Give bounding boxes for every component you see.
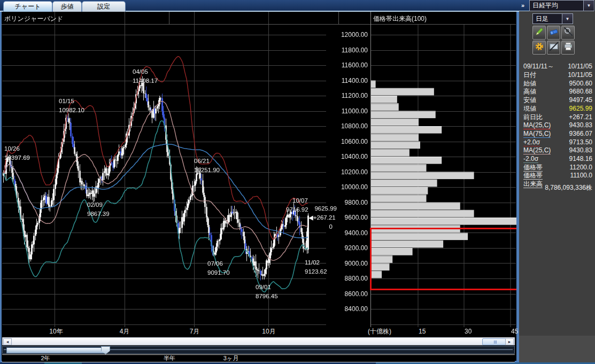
annotation-date: 10/07 [292,197,308,204]
volume-axis-tick: 30 [465,328,472,335]
zoom-slider[interactable] [2,346,515,354]
trendline-icon [549,42,559,53]
annotation-price: 10397.69 [4,154,30,161]
y-axis-label: 11000.00 [321,107,368,115]
info-row: 日付10/11/05 [520,71,594,79]
info-row: MA(25,C)9430.83 [520,146,594,154]
info-row-label: 日付 [523,71,536,79]
range-preset-3ヶ月[interactable]: 3ヶ月 [223,355,238,361]
info-row-value: 11200.0 [570,164,593,172]
volume-axis-tick: 15 [419,328,426,335]
y-axis-label: 11200.00 [321,92,368,99]
annotation-price: 9091.70 [207,269,230,276]
info-row: +2.0σ9713.50 [520,138,594,146]
timeframe-select-arrow-icon[interactable]: ▼ [562,14,573,24]
info-row-value: 9625.99 [569,105,592,113]
info-row-label[interactable]: 価格帯 [523,172,543,180]
info-row-value: 9430.83 [569,121,592,129]
tab-quotes[interactable]: 歩値 [52,1,82,12]
toolbar-button-eraser[interactable] [547,26,560,40]
info-row-value: 9366.07 [569,130,592,138]
y-axis-label: 9400.00 [321,229,368,237]
info-row: MA(25,C)9430.83 [520,121,594,129]
info-row-label[interactable]: 出来高 [523,180,543,188]
range-preset-半年[interactable]: 半年 [164,355,175,361]
x-axis-label: 7月 [190,328,200,335]
toolbar-button-printer[interactable] [561,41,575,55]
info-row-label[interactable]: MA(75,C) [523,130,551,138]
annotation-date: 02/09 [87,202,103,208]
info-row-value: 11100.0 [570,172,592,180]
info-row: 出来高 [520,180,594,188]
tab-overflow-icon[interactable]: » [518,2,528,10]
tab-chart[interactable]: チャート [3,1,52,12]
info-row-value: 9497.45 [569,96,592,104]
info-panel-footer [519,336,595,362]
y-axis-label: 11800.00 [321,47,368,54]
symbol-select[interactable]: 日経平均 ▼ [529,0,594,11]
info-row-label: 安値 [523,96,536,104]
scrollbar-thumb[interactable] [482,338,508,345]
range-preset-bar [2,354,515,362]
period-row: 09/11/11～ 10/11/05 [520,63,594,71]
y-axis-label: 8600.00 [321,290,368,298]
range-preset-2年[interactable]: 2年 [41,355,50,361]
pencil-icon [535,27,544,38]
info-row-value: 9500.60 [569,80,592,88]
annotation-price: 9123.62 [305,268,327,275]
info-row-label[interactable]: +2.0σ [523,138,540,146]
histogram-title: 価格帯出来高(100) [373,15,427,22]
y-axis-label: 9200.00 [321,244,368,252]
tab-settings[interactable]: 設定 [82,1,126,12]
volume-axis-unit: (十億株) [368,328,391,335]
y-axis-label: 9600.00 [321,214,368,221]
info-row-label[interactable]: 価格帯 [523,164,543,172]
toolbar-button-gear[interactable] [532,41,546,55]
symbol-select-value: 日経平均 [530,1,583,10]
info-row: 安値9497.45 [520,96,594,104]
printer-icon [563,42,573,53]
horizontal-scrollbar[interactable]: ◄ ► [2,337,515,345]
info-row-label[interactable]: MA(25,C) [523,146,551,154]
annotation-price: 9716.92 [286,206,308,213]
x-axis-label: 10月 [262,328,275,335]
y-axis-label: 8400.00 [321,305,368,313]
info-row: 前日比+267.21 [520,113,594,121]
toolbar-button-zoom-out[interactable] [561,26,575,40]
period-to: 10/11/05 [568,63,592,71]
info-row-value: 9148.16 [569,155,592,163]
scroll-right-button[interactable]: ► [505,338,514,345]
annotation-price: 10251.90 [194,167,220,174]
chart-application-window: チャート 歩値 設定 » ボリンジャーバンド 価格帯出来高(100) (十億株)… [0,0,595,364]
info-row: MA(75,C)9366.07 [520,130,594,138]
scroll-left-button[interactable]: ◄ [3,338,12,345]
timeframe-select[interactable]: 日足 ▼ [532,13,573,24]
annotation-date: 06/21 [194,158,210,165]
zoom-slider-fill [6,347,105,353]
zoom-out-icon [563,27,573,38]
toolbar-button-pencil[interactable] [532,26,546,40]
y-axis-label: 9000.00 [321,260,368,267]
y-axis-label: 10000.00 [321,183,368,191]
period-from: 09/11/11～ [523,63,554,71]
info-row-label: 前日比 [523,113,543,121]
indicator-label: ボリンジャーバンド [4,15,63,22]
y-axis-label: 10800.00 [321,122,368,130]
info-row-label: 始値 [523,80,536,88]
info-row: 現値9625.99 [520,105,594,113]
current-price-label: 9625.99 [310,205,337,212]
info-row-label[interactable]: MA(25,C) [523,121,551,129]
info-row-value: +267.21 [569,113,592,121]
info-row-value: 9713.50 [569,138,592,146]
eraser-icon [549,27,559,38]
info-row: 始値9500.60 [520,80,594,88]
y-axis-label: 10600.00 [321,138,368,145]
y-axis-label: 9800.00 [321,199,368,206]
info-row-label[interactable]: -2.0σ [523,155,538,163]
symbol-select-arrow-icon[interactable]: ▼ [583,1,594,11]
y-axis-label: 10200.00 [321,168,368,176]
toolbar-button-trendline[interactable] [547,41,560,55]
annotation-date: 11/02 [305,259,320,266]
info-row-value: 10/11/05 [568,71,592,79]
price-chart-canvas[interactable] [0,12,519,327]
